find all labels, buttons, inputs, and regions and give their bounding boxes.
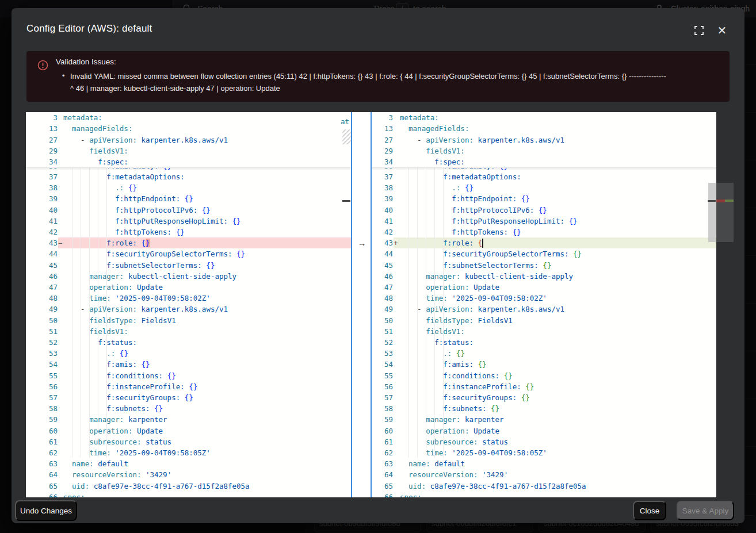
original-editor[interactable]: 36 f:amiFamily: {}37 f:metadataOptions:3… xyxy=(26,112,351,497)
code-line[interactable]: 37 f:metadataOptions: xyxy=(372,171,716,182)
line-number: 59 xyxy=(26,414,58,425)
code-line[interactable]: 53 .: {} xyxy=(26,348,351,359)
code-line[interactable]: 54 f:amis: {} xyxy=(372,359,716,370)
code-line[interactable]: 47 operation: Update xyxy=(372,282,716,293)
line-number: 37 xyxy=(372,171,393,182)
code-line[interactable]: 64 resourceVersion: '3429' xyxy=(26,469,351,480)
code-line[interactable]: 43− f:role: {} xyxy=(26,237,351,248)
code-line[interactable]: 51 fieldsV1: xyxy=(26,326,351,337)
code-line[interactable]: 48 time: '2025-09-04T09:58:02Z' xyxy=(372,293,716,304)
text-cursor xyxy=(482,239,483,248)
code-line[interactable]: 66spec: xyxy=(372,492,716,497)
line-number: 63 xyxy=(26,458,58,469)
code-line[interactable]: 44 f:securityGroupSelectorTerms: {} xyxy=(372,248,716,259)
code-line[interactable]: 37 f:metadataOptions: xyxy=(26,171,351,182)
code-line[interactable]: 52 f:status: xyxy=(372,337,716,348)
code-line[interactable]: 65 uid: c8afe97e-38cc-4f91-a767-d15f2a8f… xyxy=(372,481,716,492)
code-line[interactable]: 58 f:subnets: {} xyxy=(26,403,351,414)
line-number: 46 xyxy=(372,271,393,282)
code-line[interactable]: 50 fieldsType: FieldsV1 xyxy=(26,315,351,326)
code-line[interactable]: 40 f:httpProtocolIPv6: {} xyxy=(26,205,351,216)
code-line[interactable]: 46 manager: kubectl-client-side-apply xyxy=(26,271,351,282)
code-line[interactable]: 43+ f:role: { xyxy=(372,237,716,248)
code-line[interactable]: 62 time: '2025-09-04T09:58:05Z' xyxy=(26,447,351,458)
line-number: 3 xyxy=(26,112,58,123)
code-line[interactable]: 39 f:httpEndpoint: {} xyxy=(26,193,351,204)
code-line[interactable]: 55 f:conditions: {} xyxy=(372,370,716,381)
code-line[interactable]: 41 f:httpPutResponseHopLimit: {} xyxy=(26,216,351,227)
code-line[interactable]: 29 fieldsV1: xyxy=(26,145,351,156)
code-line[interactable]: 38 .: {} xyxy=(26,182,351,193)
code-line[interactable]: 3metadata: xyxy=(372,112,716,123)
code-line[interactable]: 49 - apiVersion: karpenter.k8s.aws/v1 xyxy=(26,304,351,315)
code-line[interactable]: 39 f:httpEndpoint: {} xyxy=(372,193,716,204)
code-line[interactable]: 40 f:httpProtocolIPv6: {} xyxy=(372,205,716,216)
code-line[interactable]: 60 operation: Update xyxy=(372,425,716,436)
code-line[interactable]: 61 subresource: status xyxy=(26,436,351,447)
code-line[interactable]: 3metadata: xyxy=(26,112,351,123)
code-line[interactable]: 44 f:securityGroupSelectorTerms: {} xyxy=(26,248,351,259)
code-line[interactable]: 62 time: '2025-09-04T09:58:05Z' xyxy=(372,447,716,458)
fullscreen-icon[interactable] xyxy=(693,24,705,37)
code-line[interactable]: 55 f:conditions: {} xyxy=(26,370,351,381)
code-line[interactable]: 50 fieldsType: FieldsV1 xyxy=(372,315,716,326)
code-line[interactable]: 46 manager: kubectl-client-side-apply xyxy=(372,271,716,282)
modified-editor[interactable]: 36 f:amiFamily: {}37 f:metadataOptions:3… xyxy=(372,112,716,497)
code-line[interactable]: 13 managedFields: xyxy=(372,123,716,134)
code-line[interactable]: 60 operation: Update xyxy=(26,425,351,436)
code-line[interactable]: 27 - apiVersion: karpenter.k8s.aws/v1 xyxy=(372,135,716,145)
line-number: 43 xyxy=(26,237,58,248)
code-line[interactable]: 48 time: '2025-09-04T09:58:02Z' xyxy=(26,293,351,304)
code-line[interactable]: 42 f:httpTokens: {} xyxy=(372,227,716,237)
code-line[interactable]: 27 - apiVersion: karpenter.k8s.aws/v1 xyxy=(26,135,351,145)
code-line[interactable]: 58 f:subnets: {} xyxy=(372,403,716,414)
line-number: 37 xyxy=(26,171,58,182)
line-number: 42 xyxy=(372,227,393,237)
code-line[interactable]: 65 uid: c8afe97e-38cc-4f91-a767-d15f2a8f… xyxy=(26,481,351,492)
validation-banner: Validation Issues: • Invalid YAML: misse… xyxy=(26,51,730,102)
code-line[interactable]: 63 name: default xyxy=(26,458,351,469)
undo-changes-button[interactable]: Undo Changes xyxy=(15,500,77,521)
line-number: 45 xyxy=(26,260,58,271)
revert-arrow-icon[interactable]: → xyxy=(356,237,368,248)
save-apply-button[interactable]: Save & Apply xyxy=(677,501,734,520)
code-line[interactable]: 54 f:amis: {} xyxy=(26,359,351,370)
code-line[interactable]: 41 f:httpPutResponseHopLimit: {} xyxy=(372,216,716,227)
code-line[interactable]: 38 .: {} xyxy=(372,182,716,193)
vertical-scrollbar[interactable] xyxy=(708,183,716,242)
code-line[interactable]: 53 .: {} xyxy=(372,348,716,359)
diff-overview-ruler[interactable] xyxy=(716,112,734,497)
clipped-text-fragment: at xyxy=(341,117,349,126)
unchanged-region-hatch xyxy=(342,129,351,144)
code-line[interactable]: 57 f:securityGroups: {} xyxy=(372,392,716,403)
code-line[interactable]: 56 f:instanceProfile: {} xyxy=(372,381,716,392)
code-line[interactable]: 47 operation: Update xyxy=(26,282,351,293)
code-line[interactable]: 49 - apiVersion: karpenter.k8s.aws/v1 xyxy=(372,304,716,315)
code-line[interactable]: 34 f:spec: xyxy=(26,156,351,167)
code-line[interactable]: 45 f:subnetSelectorTerms: {} xyxy=(26,260,351,271)
code-line[interactable]: 64 resourceVersion: '3429' xyxy=(372,469,716,480)
code-line[interactable]: 63 name: default xyxy=(372,458,716,469)
code-line[interactable]: 51 fieldsV1: xyxy=(372,326,716,337)
code-line[interactable]: 13 managedFields: xyxy=(26,123,351,134)
close-icon[interactable]: ✕ xyxy=(716,24,728,37)
code-line[interactable]: 57 f:securityGroups: {} xyxy=(26,392,351,403)
code-line[interactable]: 59 manager: karpenter xyxy=(372,414,716,425)
code-line[interactable]: 56 f:instanceProfile: {} xyxy=(26,381,351,392)
code-line[interactable]: 45 f:subnetSelectorTerms: {} xyxy=(372,260,716,271)
code-line[interactable]: 66spec: xyxy=(26,492,351,497)
line-number: 29 xyxy=(372,145,393,156)
code-line[interactable]: 34 f:spec: xyxy=(372,156,716,167)
close-button[interactable]: Close xyxy=(633,501,666,520)
bullet-dot: • xyxy=(62,71,65,80)
diff-sash[interactable]: → xyxy=(351,112,372,497)
code-line[interactable]: 29 fieldsV1: xyxy=(372,145,716,156)
ruler-viewport[interactable] xyxy=(716,183,734,242)
code-line[interactable]: 52 f:status: xyxy=(26,337,351,348)
code-line[interactable]: 42 f:httpTokens: {} xyxy=(26,227,351,237)
line-number: 51 xyxy=(372,326,393,337)
code-line[interactable]: 61 subresource: status xyxy=(372,436,716,447)
code-line[interactable]: 59 manager: karpenter xyxy=(26,414,351,425)
line-number: 61 xyxy=(372,436,393,447)
line-number: 65 xyxy=(372,481,393,492)
